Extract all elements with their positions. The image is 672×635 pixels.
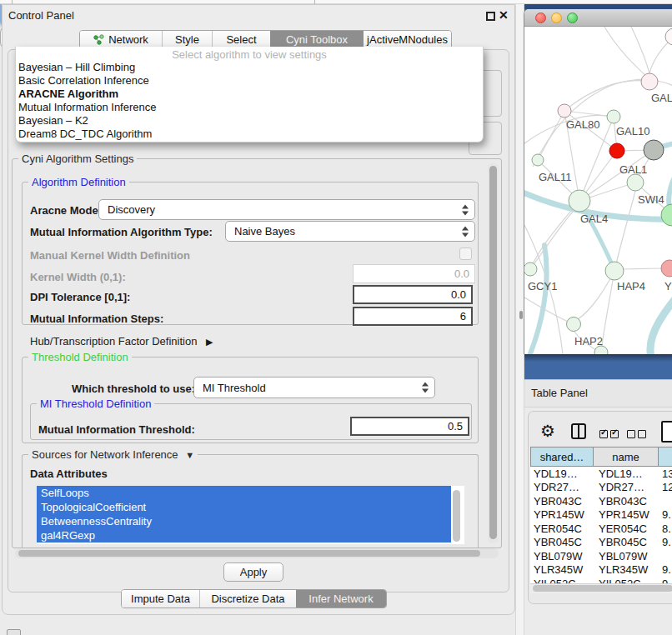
network-node-hap4[interactable] [605, 262, 624, 280]
new-table-icon[interactable] [661, 421, 672, 442]
dropdown-item[interactable]: Basic Correlation Inference [16, 74, 483, 88]
cyni-settings-group-title: Cyni Algorithm Settings [18, 152, 137, 165]
attribute-item-selected[interactable]: BetweennessCentrality [37, 514, 451, 528]
tab-select-label: Select [226, 33, 256, 46]
splitter-handle-icon[interactable] [519, 311, 523, 319]
tab-style[interactable]: Style [162, 31, 212, 48]
attribute-item-selected[interactable]: gal4RGexp [37, 528, 451, 542]
table-row[interactable]: YDL19…YDL19…13 [530, 467, 672, 481]
dpi-tolerance-field[interactable] [353, 285, 473, 304]
column-header-partial[interactable] [659, 447, 672, 467]
dropdown-prompt: Select algorithm to view settings [16, 48, 483, 61]
tab-cyni-toolbox-label: Cyni Toolbox [286, 33, 348, 46]
which-threshold-combobox[interactable]: MI Threshold [193, 377, 435, 398]
right-workspace: GAL GAL80 GAL10 GAL1 GAL11 SWI4 GAL4 GCY… [515, 0, 672, 635]
dropdown-item[interactable]: Dream8 DC_TDC Algorithm [16, 128, 483, 141]
apply-button[interactable]: Apply [223, 562, 283, 582]
table-row[interactable]: YBR043CYBR043C [530, 494, 672, 508]
table-row[interactable]: YDR27…YDR27…12 [530, 481, 672, 495]
mi-type-label: Mutual Information Algorithm Type: [30, 226, 213, 238]
table-row[interactable]: YER054CYER054C8. [530, 522, 672, 536]
column-header-name[interactable]: name [594, 447, 659, 467]
network-node-salmon[interactable] [661, 260, 672, 277]
minimized-panel-icon[interactable] [7, 629, 21, 635]
close-panel-icon[interactable]: ✕ [499, 8, 509, 22]
hub-definition-toggle[interactable]: Hub/Transcription Factor Definition ▶ [30, 335, 213, 348]
tab-network[interactable]: Network [80, 31, 162, 48]
hub-definition-label: Hub/Transcription Factor Definition [30, 335, 197, 348]
close-window-button[interactable] [535, 12, 546, 23]
network-node-hap2[interactable] [567, 318, 581, 332]
attributes-scrollbar-thumb[interactable] [453, 490, 460, 542]
float-panel-button[interactable] [486, 12, 495, 21]
tab-style-label: Style [175, 33, 199, 46]
network-node-gal10[interactable] [607, 110, 620, 123]
network-node[interactable] [641, 73, 658, 90]
mi-steps-label: Mutual Information Steps: [30, 312, 163, 325]
select-all-columns-icon[interactable] [599, 427, 621, 442]
network-node[interactable] [594, 346, 608, 354]
network-node-gal1[interactable] [627, 174, 644, 191]
network-node-gcy1[interactable] [524, 262, 537, 276]
panel-title: Control Panel [8, 9, 74, 22]
tab-impute-data[interactable]: Impute Data [122, 590, 199, 608]
table-row[interactable]: YLR345WYLR345W9. [530, 563, 672, 578]
table-hscrollbar-thumb[interactable] [533, 585, 672, 592]
minimize-window-button[interactable] [551, 12, 562, 23]
split-columns-icon[interactable] [571, 423, 586, 439]
node-label: GAL10 [616, 125, 649, 138]
dropdown-item[interactable]: Bayesian – K2 [16, 114, 483, 128]
tab-select[interactable]: Select [212, 31, 270, 48]
mi-type-combobox[interactable]: Naive Bayes [225, 221, 475, 242]
aracne-mode-combobox[interactable]: Discovery [98, 199, 475, 220]
column-header-shared[interactable]: shared… [530, 447, 594, 467]
aracne-mode-label: Aracne Mode: [30, 204, 102, 217]
network-node-selected-red[interactable] [609, 143, 624, 158]
node-label: Y [664, 280, 672, 292]
attribute-item-selected[interactable]: SelfLoops [37, 486, 451, 500]
window-shadow [524, 354, 672, 362]
settings-scrollbar-thumb[interactable] [489, 166, 497, 539]
dropdown-item[interactable]: Bayesian – Hill Climbing [16, 61, 483, 74]
manual-kernel-checkbox[interactable] [459, 248, 472, 260]
table-row[interactable]: YIL052CYIL052C9 [530, 577, 672, 583]
attribute-item-selected[interactable]: TopologicalCoefficient [37, 500, 451, 514]
tab-infer-network[interactable]: Infer Network [296, 590, 386, 608]
table-rows: YDL19…YDL19…13 YDR27…YDR27…12 YBR043CYBR… [530, 467, 672, 583]
network-nodes[interactable] [524, 28, 672, 354]
aracne-mode-value: Discovery [108, 203, 155, 216]
table-row[interactable]: YPR145WYPR145W9. [530, 508, 672, 522]
zoom-window-button[interactable] [567, 12, 578, 23]
table-row[interactable]: YBL079WYBL079W [530, 549, 672, 563]
dropdown-item[interactable]: Mutual Information Inference [16, 101, 483, 114]
network-node-gal11[interactable] [532, 154, 544, 166]
page: Control Panel ✕ Network Style Select Cyn… [0, 0, 672, 635]
settings-hscrollbar-thumb[interactable] [18, 550, 480, 557]
tab-jactivemnodules[interactable]: jActiveMNodules [364, 31, 451, 48]
network-node-gal80[interactable] [558, 104, 571, 118]
kernel-width-field[interactable] [353, 264, 475, 283]
network-view-window[interactable]: GAL GAL80 GAL10 GAL1 GAL11 SWI4 GAL4 GCY… [524, 9, 672, 354]
table-row[interactable]: YBR045CYBR045C9. [530, 536, 672, 550]
network-window-titlebar[interactable] [524, 9, 672, 27]
network-node-gal4[interactable] [569, 190, 590, 212]
tab-discretize-data[interactable]: Discretize Data [199, 590, 296, 608]
network-node[interactable] [665, 28, 672, 45]
bottom-tabbar: Impute Data Discretize Data Infer Networ… [121, 589, 387, 608]
tab-cyni-toolbox[interactable]: Cyni Toolbox [270, 31, 364, 48]
network-node-gray[interactable] [644, 140, 664, 160]
kernel-width-label: Kernel Width (0,1): [30, 271, 126, 283]
mi-steps-field[interactable] [353, 307, 473, 326]
node-label: SWI4 [638, 193, 664, 206]
tab-network-label: Network [108, 33, 148, 46]
data-attributes-list: SelfLoops TopologicalCoefficient Between… [37, 486, 464, 544]
mi-threshold-field[interactable] [350, 417, 469, 436]
deselect-all-columns-icon[interactable] [627, 427, 649, 442]
node-label: HAP4 [617, 280, 645, 292]
dropdown-item-highlighted[interactable]: ARACNE Algorithm [16, 88, 483, 101]
gear-icon[interactable]: ⚙ [540, 422, 555, 439]
tab-infer-network-label: Infer Network [308, 592, 373, 605]
sources-group-title[interactable]: Sources for Network Inference ▼ [28, 448, 198, 461]
network-canvas[interactable]: GAL GAL80 GAL10 GAL1 GAL11 SWI4 GAL4 GCY… [524, 27, 672, 354]
expanded-arrow-icon: ▼ [185, 450, 194, 460]
